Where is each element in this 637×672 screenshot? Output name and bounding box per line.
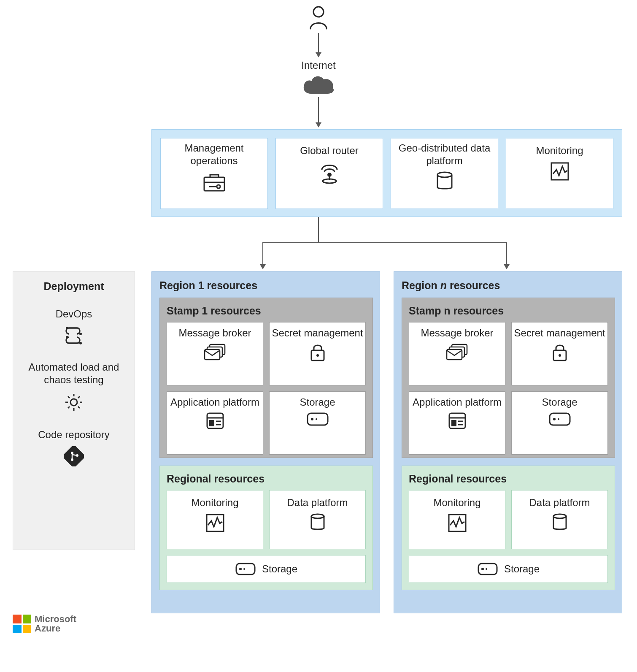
git-icon bbox=[64, 446, 84, 466]
lock-icon bbox=[552, 343, 568, 361]
storage-icon bbox=[306, 412, 329, 426]
arrow-line bbox=[318, 33, 319, 53]
database-icon bbox=[436, 171, 453, 191]
arrow-head-icon bbox=[316, 52, 321, 57]
arrow-line bbox=[506, 242, 507, 265]
database-icon bbox=[552, 513, 568, 531]
box-label: Message broker bbox=[421, 327, 493, 339]
arrow-line bbox=[262, 242, 507, 243]
svg-rect-23 bbox=[205, 350, 220, 360]
arrow-line bbox=[318, 97, 319, 123]
box-label: Message broker bbox=[178, 327, 251, 339]
svg-point-50 bbox=[553, 418, 556, 420]
storage-box: Storage bbox=[511, 391, 608, 455]
item-label: Automated load and chaos testing bbox=[25, 361, 122, 386]
arrow-head-icon bbox=[504, 264, 510, 269]
region-title: Region n resources bbox=[402, 279, 614, 292]
box-label: Data platform bbox=[529, 496, 590, 509]
svg-point-32 bbox=[311, 418, 313, 420]
microsoft-azure-logo: Microsoft Azure bbox=[13, 615, 76, 633]
svg-point-56 bbox=[486, 568, 487, 570]
svg-point-11 bbox=[79, 342, 82, 344]
regional-resources-panel: Regional resources Monitoring Data platf… bbox=[402, 466, 615, 590]
svg-point-10 bbox=[66, 327, 68, 329]
svg-point-7 bbox=[323, 179, 336, 183]
svg-rect-1 bbox=[204, 177, 224, 191]
app-platform-icon bbox=[448, 412, 467, 430]
internet-label: Internet bbox=[276, 59, 361, 72]
arrow-line bbox=[318, 217, 319, 242]
regional-data-box: Data platform bbox=[511, 490, 608, 549]
svg-point-13 bbox=[66, 336, 68, 339]
brand-text-1: Microsoft bbox=[35, 615, 76, 624]
svg-rect-36 bbox=[236, 564, 255, 574]
svg-rect-46 bbox=[451, 420, 456, 426]
svg-point-43 bbox=[559, 354, 561, 357]
message-broker-box: Message broker bbox=[409, 322, 505, 385]
svg-point-35 bbox=[311, 514, 324, 518]
monitoring-icon bbox=[550, 161, 570, 182]
box-label: Monitoring bbox=[433, 496, 480, 509]
message-icon bbox=[204, 343, 227, 360]
box-label: Application platform bbox=[170, 396, 259, 409]
geo-data-platform-box: Geo-distributed data platform bbox=[391, 138, 498, 209]
secret-management-box: Secret management bbox=[511, 322, 608, 385]
box-label: Geo-distributed data platform bbox=[391, 142, 498, 167]
box-label: Storage bbox=[300, 396, 335, 409]
box-label: Secret management bbox=[514, 327, 605, 339]
svg-point-5 bbox=[327, 173, 332, 177]
box-label: Storage bbox=[262, 563, 297, 575]
item-label: Code repository bbox=[38, 428, 109, 441]
arrow-head-icon bbox=[260, 264, 266, 269]
region-title: Region 1 resources bbox=[159, 279, 372, 292]
svg-point-38 bbox=[243, 568, 245, 570]
arrow-line bbox=[262, 242, 263, 265]
cloud-icon bbox=[302, 73, 335, 95]
box-label: Monitoring bbox=[536, 144, 583, 157]
application-platform-box: Application platform bbox=[167, 391, 263, 455]
repo-item: Code repository bbox=[38, 428, 109, 466]
global-resources-panel: Management operations Global router Geo-… bbox=[151, 129, 622, 217]
box-label: Secret management bbox=[272, 327, 363, 339]
router-icon bbox=[318, 161, 341, 184]
regional-title: Regional resources bbox=[167, 473, 366, 485]
svg-rect-28 bbox=[209, 420, 214, 426]
storage-icon bbox=[477, 562, 498, 576]
box-label: Application platform bbox=[413, 396, 502, 409]
item-label: DevOps bbox=[56, 308, 92, 320]
svg-point-12 bbox=[79, 333, 82, 335]
app-platform-icon bbox=[206, 412, 224, 430]
svg-point-33 bbox=[316, 418, 317, 420]
svg-rect-54 bbox=[478, 564, 497, 574]
svg-point-3 bbox=[217, 185, 220, 188]
stamp-1-panel: Stamp 1 resources Message broker Secret … bbox=[159, 298, 373, 458]
box-label: Data platform bbox=[287, 496, 348, 509]
management-operations-box: Management operations bbox=[160, 138, 268, 209]
svg-rect-15 bbox=[64, 446, 84, 466]
regional-monitoring-box: Monitoring bbox=[167, 490, 263, 549]
box-label: Global router bbox=[300, 144, 359, 157]
stamp-title: Stamp 1 resources bbox=[167, 305, 366, 317]
svg-rect-49 bbox=[550, 413, 570, 425]
storage-icon bbox=[548, 412, 571, 426]
arrow-head-icon bbox=[316, 122, 321, 127]
monitoring-box: Monitoring bbox=[506, 138, 613, 209]
devops-item: DevOps bbox=[56, 308, 92, 346]
title-suffix: resources bbox=[447, 279, 500, 291]
svg-rect-31 bbox=[308, 413, 328, 425]
regional-storage-row: Storage bbox=[167, 555, 366, 583]
regional-storage-row: Storage bbox=[409, 555, 608, 583]
regional-title: Regional resources bbox=[409, 473, 608, 485]
region-n-panel: Region n resources Stamp n resources Mes… bbox=[394, 271, 622, 613]
box-label: Management operations bbox=[161, 142, 267, 167]
svg-rect-41 bbox=[447, 350, 462, 360]
svg-point-51 bbox=[558, 418, 559, 420]
application-platform-box: Application platform bbox=[409, 391, 505, 455]
storage-icon bbox=[235, 562, 256, 576]
regional-monitoring-box: Monitoring bbox=[409, 490, 505, 549]
svg-point-14 bbox=[70, 399, 77, 406]
monitoring-icon bbox=[448, 513, 467, 533]
stamp-title: Stamp n resources bbox=[409, 305, 608, 317]
message-broker-box: Message broker bbox=[167, 322, 263, 385]
title-prefix: Region bbox=[402, 279, 440, 291]
